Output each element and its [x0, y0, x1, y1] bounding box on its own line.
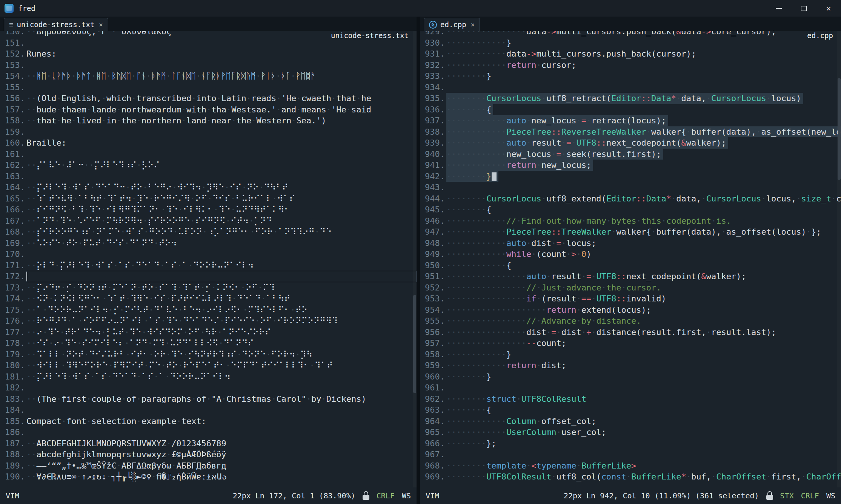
code-line-967[interactable]: 967. — [420, 449, 841, 460]
code-line-156[interactable]: 156.··(Old·English,·which·transcribed·in… — [0, 93, 417, 104]
eol-indicator[interactable]: CRLF — [377, 491, 395, 500]
code-line-165[interactable]: 165.··⠱⠁⠞⠑⠧⠻·⠁⠃⠳⠞·⠹⠁⠞⠲·⡹⠑·⠗⠑⠛⠊⠌⠻·⠕⠋·⠙⠊⠎·… — [0, 193, 417, 204]
code-line-951[interactable]: 951.················auto·result·=·UTF8::… — [420, 271, 841, 282]
code-line-949[interactable]: 949.············while·(count·>·0) — [420, 249, 841, 260]
code-line-952[interactable]: 952.················//·Just·advance·the·… — [420, 282, 841, 293]
code-line-172[interactable]: 172. — [0, 271, 417, 282]
code-line-962[interactable]: 962.········struct·UTF8ColResult — [420, 393, 841, 405]
tab-close-icon[interactable]: ✕ — [471, 21, 475, 28]
code-line-164[interactable]: 164.··⡍⠜⠇⠑⠹·⠺⠁⠎·⠙⠑⠁⠙⠒·⠞⠕·⠃⠑⠛⠔·⠺⠊⠹⠲·⡹⠻⠑·⠊… — [0, 182, 417, 193]
lock-icon[interactable] — [766, 494, 773, 500]
code-line-948[interactable]: 948.············auto·dist·=·locus; — [420, 238, 841, 249]
code-line-153[interactable]: 153. — [0, 60, 417, 71]
code-line-170[interactable]: 170. — [0, 249, 417, 260]
pane-divider[interactable] — [417, 17, 420, 504]
code-line-932[interactable]: 932.············return·cursor; — [420, 60, 841, 71]
code-line-155[interactable]: 155. — [0, 82, 417, 93]
code-line-959[interactable]: 959.············return·dist; — [420, 360, 841, 371]
code-line-162[interactable]: 162.··⡌⠁⠧⠑·⠼⠁⠒··⡍⠜⠇⠑⠹⠰⠎·⡣⠕⠌ — [0, 160, 417, 171]
maximize-button[interactable] — [791, 0, 816, 17]
code-line-929[interactable]: 929.················data->multi_cursors.… — [420, 31, 841, 37]
right-scrollbar-track[interactable] — [837, 31, 841, 487]
code-line-180[interactable]: 180.··⠺⠊⠇⠇·⠹⠻⠑⠋⠕⠗⠑·⠏⠻⠍⠊⠞·⠍⠑·⠞⠕·⠗⠑⠏⠑⠁⠞⠂·⠑… — [0, 360, 417, 371]
stx-indicator[interactable]: STX — [780, 491, 794, 500]
code-line-954[interactable]: 954.····················return·extend(lo… — [420, 304, 841, 316]
code-line-947[interactable]: 947.············PieceTree::TreeWalker·wa… — [420, 226, 841, 238]
code-line-157[interactable]: 157.··bude·thaem·lande·northweardum·with… — [0, 104, 417, 115]
code-line-163[interactable]: 163. — [0, 171, 417, 182]
code-line-965[interactable]: 965.············UserColumn·user_col; — [420, 427, 841, 438]
code-line-181[interactable]: 181.··⡍⠜⠇⠑⠹·⠺⠁⠎·⠁⠎·⠙⠑⠁⠙·⠁⠎·⠁·⠙⠕⠕⠗⠤⠝⠁⠊⠇⠲ — [0, 371, 417, 383]
code-line-183[interactable]: 183.··(The·first·couple·of·paragraphs·of… — [0, 393, 417, 405]
tab-unicode-stress[interactable]: ≡ unicode-stress.txt ✕ — [4, 18, 108, 31]
lock-icon[interactable] — [363, 494, 369, 500]
code-line-933[interactable]: 933.········} — [420, 71, 841, 82]
code-line-931[interactable]: 931.············data->multi_cursors.push… — [420, 48, 841, 60]
code-line-944[interactable]: 944.········CursorLocus·utf8_extend(Edit… — [420, 193, 841, 204]
code-line-957[interactable]: 957.················--count; — [420, 338, 841, 349]
code-line-941[interactable]: 941.············return·new_locus; — [420, 160, 841, 171]
code-line-964[interactable]: 964.············Column·offset_col; — [420, 416, 841, 427]
code-line-174[interactable]: 174.··⠪⠝·⠅⠝⠪⠇⠫⠛⠑⠂·⠱⠁⠞·⠹⠻⠑·⠊⠎·⠏⠜⠞⠊⠊⠥⠇⠜⠇⠹·… — [0, 293, 417, 304]
code-line-154[interactable]: 154.··ᚻᛖ·ᚳᚹᚫᚦ·ᚦᚫᛏ·ᚻᛖ·ᛒᚢᛞᛖ·ᚩᚾ·ᚦᚫᛗ·ᛚᚪᚾᛞᛖ·ᚾ… — [0, 71, 417, 82]
right-scrollbar-thumb[interactable] — [838, 78, 841, 180]
code-line-189[interactable]: 189.··–—‘“”„†•…‰™œŠŸž€·ΑΒΓΔΩαβγδω·АБВГДа… — [0, 460, 417, 472]
code-line-966[interactable]: 966.········}; — [420, 438, 841, 449]
eol-indicator[interactable]: CRLF — [801, 491, 819, 500]
code-line-187[interactable]: 187.··ABCDEFGHIJKLMNOPQRSTUVWXYZ·/012345… — [0, 438, 417, 449]
code-line-950[interactable]: 950.············{ — [420, 260, 841, 271]
code-line-956[interactable]: 956.················dist·=·dist·+·distan… — [420, 327, 841, 338]
left-scrollbar-track[interactable] — [413, 31, 417, 487]
code-line-184[interactable]: 184. — [0, 404, 417, 416]
code-line-190[interactable]: 190.··∀∂∈ℝ∧∪≡∞·↑↗↨↻⇣·┐┼╔╘░►☺♀·ﬁ�⑀₂ἠḂӥẄɐː… — [0, 471, 417, 482]
code-line-936[interactable]: 936.········{ — [420, 104, 841, 115]
code-line-152[interactable]: 152.Runes: — [0, 48, 417, 60]
left-scrollbar-thumb[interactable] — [413, 295, 416, 393]
left-editor[interactable]: unicode-stress.txt 150.··Δημοσθένους,·Γ´… — [0, 31, 417, 487]
code-line-168[interactable]: 168.··⡎⠊⠗⠕⠕⠛⠑⠰⠎·⠝⠁⠍⠑·⠺⠁⠎·⠛⠕⠕⠙·⠥⠏⠕⠝·⠰⡡⠁⠝⠛… — [0, 226, 417, 238]
code-line-179[interactable]: 179.··⠩⠁⠇⠇·⠝⠕⠞·⠙⠊⠌⠥⠗⠃·⠊⠞⠂·⠕⠗·⠹⠑·⡊⠳⠝⠞⠗⠹⠰⠎… — [0, 349, 417, 360]
code-line-186[interactable]: 186. — [0, 427, 417, 438]
code-line-946[interactable]: 946.············//·Find·out·how·many·byt… — [420, 215, 841, 227]
code-line-969[interactable]: 969.········UTF8ColResult·utf8_col(const… — [420, 471, 841, 482]
code-line-942[interactable]: 942.········} — [420, 171, 841, 182]
code-line-175[interactable]: 175.··⠁·⠙⠕⠕⠗⠤⠝⠁⠊⠇⠲·⡊·⠍⠊⠣⠞·⠙⠁⠧⠑·⠃⠑⠲·⠔⠊⠇⠔⠫… — [0, 304, 417, 316]
code-line-953[interactable]: 953.················if·(result·==·UTF8::… — [420, 293, 841, 304]
close-button[interactable]: ✕ — [816, 0, 841, 17]
whitespace-indicator[interactable]: WS — [826, 491, 835, 500]
title-bar[interactable]: fred ✕ — [0, 0, 841, 17]
tab-close-icon[interactable]: ✕ — [99, 21, 103, 28]
code-line-176[interactable]: 176.··⠗⠑⠛⠜⠙·⠁·⠊⠕⠋⠋⠔⠤⠝⠁⠊⠇·⠁⠎·⠹⠑·⠙⠑⠁⠙⠑⠌·⠏⠊… — [0, 315, 417, 327]
code-line-188[interactable]: 188.··abcdefghijklmnopqrstuvwxyz·£©µÀÆÖÞ… — [0, 449, 417, 460]
code-line-167[interactable]: 167.··⠁⠝⠙·⠹⠑·⠡⠊⠑⠋·⠍⠳⠗⠝⠻⠲·⡎⠊⠗⠕⠕⠛⠑·⠎⠊⠛⠝⠫·⠊… — [0, 215, 417, 227]
code-line-930[interactable]: 930.············} — [420, 37, 841, 49]
code-line-171[interactable]: 171.··⡕⠇⠙·⡍⠜⠇⠑⠹·⠺⠁⠎·⠁⠎·⠙⠑⠁⠙·⠁⠎·⠁·⠙⠕⠕⠗⠤⠝⠁… — [0, 260, 417, 271]
tab-ed-cpp[interactable]: G ed.cpp ✕ — [424, 18, 480, 31]
code-line-939[interactable]: 939.············auto·result·=·UTF8::next… — [420, 137, 841, 149]
code-line-178[interactable]: 178.··⠊⠎·⠔·⠹⠑·⠎⠊⠍⠊⠇⠑⠆·⠁⠝⠙·⠍⠹·⠥⠝⠙⠁⠇⠇⠪⠫·⠙⠁… — [0, 338, 417, 349]
minimize-button[interactable] — [766, 0, 791, 17]
code-line-935[interactable]: 935.········CursorLocus·utf8_retract(Edi… — [420, 93, 841, 104]
code-line-159[interactable]: 159. — [0, 126, 417, 138]
code-line-943[interactable]: 943. — [420, 182, 841, 193]
code-line-166[interactable]: 166.··⠎⠊⠛⠝⠫·⠃⠹·⠹⠑·⠊⠇⠻⠛⠹⠍⠁⠝⠂·⠹⠑·⠊⠇⠻⠅⠂·⠹⠑·… — [0, 204, 417, 215]
code-line-955[interactable]: 955.················//·Advance·by·distan… — [420, 315, 841, 327]
code-line-963[interactable]: 963.········{ — [420, 404, 841, 416]
right-editor[interactable]: ed.cpp 929.················data->multi_c… — [420, 31, 841, 487]
code-line-934[interactable]: 934. — [420, 82, 841, 93]
code-line-177[interactable]: 177.··⠔·⠹⠑·⠞⠗⠁⠙⠑⠲·⡃⠥⠞·⠹⠑·⠺⠊⠎⠙⠕⠍·⠕⠋·⠳⠗·⠁⠝… — [0, 327, 417, 338]
code-line-968[interactable]: 968.········template·<typename·BufferLik… — [420, 460, 841, 472]
code-line-182[interactable]: 182. — [0, 382, 417, 393]
code-line-958[interactable]: 958.············} — [420, 349, 841, 360]
code-line-938[interactable]: 938.············PieceTree::ReverseTreeWa… — [420, 126, 841, 138]
code-line-173[interactable]: 173.··⡍⠔⠙⠖·⡊·⠙⠕⠝⠰⠞·⠍⠑⠁⠝·⠞⠕·⠎⠁⠹·⠹⠁⠞·⡊·⠅⠝⠪… — [0, 282, 417, 293]
code-line-960[interactable]: 960.········} — [420, 371, 841, 383]
code-line-945[interactable]: 945.········{ — [420, 204, 841, 215]
code-line-961[interactable]: 961. — [420, 382, 841, 393]
code-line-161[interactable]: 161. — [0, 149, 417, 160]
code-line-937[interactable]: 937.············auto·new_locus·=·retract… — [420, 115, 841, 126]
code-line-169[interactable]: 169.··⠡⠕⠎⠑·⠞⠕·⠏⠥⠞·⠙⠊⠎·⠙⠁⠝⠙·⠞⠕⠲ — [0, 238, 417, 249]
code-line-185[interactable]: 185.Compact·font·selection·example·text: — [0, 416, 417, 427]
code-line-158[interactable]: 158.··that·he·lived·in·the·northern·land… — [0, 115, 417, 126]
code-line-160[interactable]: 160.Braille: — [0, 137, 417, 149]
